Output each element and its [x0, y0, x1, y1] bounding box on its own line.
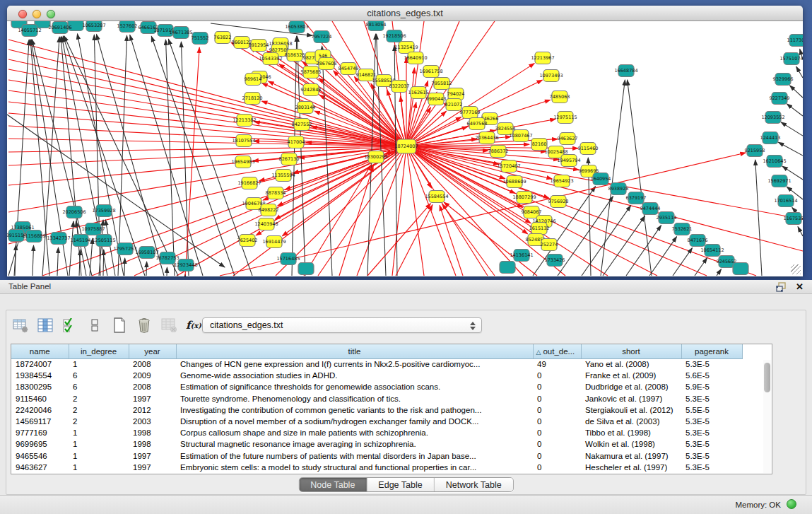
float-panel-icon[interactable] — [776, 282, 787, 292]
tab-edge-table[interactable]: Edge Table — [366, 478, 433, 491]
graph-node-label: 15720407 — [497, 163, 520, 169]
network-graph[interactable]: 1872400718300295866012389129541822605898… — [7, 21, 803, 276]
table-row[interactable]: 946554611997Estimation of the future num… — [11, 450, 742, 462]
column-header[interactable]: △out_de... — [533, 344, 581, 358]
table-panel-body: f(x) citations_edges.txt namein_degreeye… — [6, 310, 806, 495]
resize-grip-icon[interactable] — [791, 264, 801, 274]
select-rows-icon[interactable] — [61, 317, 78, 334]
table-cell: 2008 — [129, 381, 176, 392]
table-row[interactable]: 1830029562008Estimation of significance … — [11, 381, 742, 392]
graph-node[interactable] — [500, 262, 515, 274]
graph-node-label: 9227349 — [770, 95, 790, 101]
graph-edge — [57, 247, 59, 276]
table-cell: 2 — [69, 393, 129, 404]
graph-node-label: 20206506 — [62, 209, 86, 215]
graph-node[interactable] — [298, 263, 314, 275]
column-header[interactable]: pagerank — [681, 344, 742, 358]
table-cell: 5.3E-5 — [681, 416, 742, 427]
function-builder-icon[interactable]: f(x) — [185, 317, 202, 334]
table-panel-title: Table Panel — [8, 282, 51, 291]
table-cell: 5.3E-5 — [681, 462, 742, 473]
graph-node-label: 751552 — [192, 35, 209, 41]
network-window[interactable]: citations_edges.txt 18724007183002958660… — [7, 6, 803, 276]
table-scrollbar[interactable] — [763, 360, 771, 473]
row-height-icon[interactable] — [86, 317, 103, 334]
table-row[interactable]: 911546021997Tourette syndrome. Phenomeno… — [11, 393, 742, 404]
table-cell: 2008 — [129, 358, 176, 370]
close-panel-icon[interactable]: ✕ — [796, 281, 804, 292]
graph-edge — [8, 146, 406, 244]
graph-node-label: 15584554 — [425, 194, 448, 199]
column-header[interactable]: short — [581, 344, 681, 358]
table-cell: Tourette syndrome. Phenomenology and cla… — [176, 393, 533, 404]
table-settings-icon[interactable] — [12, 317, 29, 334]
table-row[interactable]: 1456911722003Disruption of a novel membe… — [11, 416, 742, 427]
table-cell: 9463627 — [11, 462, 69, 473]
graph-node-label: 16914479 — [262, 239, 286, 245]
table-panel-titlebar: Table Panel ✕ — [0, 280, 812, 294]
graph-node-label: 2803144 — [295, 105, 316, 110]
table-cell: 2009 — [129, 370, 176, 381]
graph-node-label: 6379197 — [626, 195, 647, 201]
graph-node-label: 417004 — [288, 139, 305, 145]
table-cell: 1 — [69, 450, 129, 462]
graph-node-label: 10654112 — [700, 247, 724, 253]
graph-edge — [406, 146, 456, 276]
node-table[interactable]: namein_degreeyeartitle△out_de...shortpag… — [11, 344, 772, 474]
network-desktop: citations_edges.txt 18724007183002958660… — [0, 0, 812, 280]
show-columns-icon[interactable] — [37, 317, 54, 334]
column-header[interactable]: in_degree — [69, 344, 129, 358]
table-cell: Nakamura et al. (1997) — [581, 450, 681, 462]
window-titlebar[interactable]: citations_edges.txt — [7, 6, 803, 21]
graph-node-label: 10807467 — [509, 133, 532, 139]
new-table-icon[interactable] — [111, 317, 128, 334]
memory-status-label: Memory: OK — [735, 501, 781, 509]
graph-node-label: 10973493 — [539, 73, 563, 78]
table-row[interactable]: 977716911998Corpus callosum shape and si… — [11, 427, 742, 438]
delete-list-icon[interactable] — [136, 317, 153, 334]
memory-status-icon — [787, 499, 796, 509]
table-cell: 6 — [69, 381, 129, 392]
graph-node[interactable] — [733, 263, 748, 275]
table-cell: 18724007 — [11, 358, 69, 370]
graph-edge — [130, 35, 203, 276]
graph-node-label: 19495794 — [557, 158, 580, 163]
table-row[interactable]: 1938455462009Genome-wide association stu… — [11, 370, 742, 381]
table-cell: 19384554 — [11, 370, 69, 381]
graph-node-label: 12213967 — [531, 55, 554, 61]
graph-node-label: 11355594 — [271, 173, 295, 178]
graph-node-label: 2867608 — [317, 61, 337, 66]
table-selector-dropdown[interactable]: citations_edges.txt — [202, 317, 482, 333]
graph-node-label: 18807299 — [512, 194, 536, 200]
table-cell: Genome-wide association studies in ADHD. — [176, 370, 533, 381]
table-row[interactable]: 969969511998Structural magnetic resonanc… — [11, 438, 742, 450]
graph-edge — [146, 262, 147, 276]
graph-edge — [262, 83, 406, 146]
graph-node-label: 1527602 — [117, 23, 138, 29]
graph-edge — [649, 237, 677, 276]
table-cell: 49 — [533, 358, 581, 370]
tab-network-table[interactable]: Network Table — [434, 478, 513, 491]
scrollbar-thumb[interactable] — [764, 363, 770, 392]
graph-node-label: 1244413 — [760, 135, 781, 141]
tab-node-table[interactable]: Node Table — [299, 478, 366, 491]
column-header[interactable]: title — [176, 344, 533, 358]
graph-edge — [322, 46, 332, 276]
graph-node-label: 7625402 — [237, 238, 258, 243]
column-header[interactable]: name — [11, 344, 69, 358]
table-row[interactable]: 1872400712008Changes of HCN gene express… — [11, 358, 742, 370]
graph-node-label: 17957253 — [113, 246, 136, 252]
table-row[interactable]: 946362711997Embryonic stem cells: a mode… — [11, 462, 742, 473]
column-header[interactable]: year — [129, 344, 176, 358]
table-cell: 6 — [69, 370, 129, 381]
network-canvas[interactable]: 1872400718300295866012389129541822605898… — [7, 21, 803, 276]
graph-node-label: 16958107 — [135, 250, 158, 255]
graph-node-label: 6497568 — [467, 121, 488, 127]
graph-node-label: 11156889 — [22, 233, 45, 239]
graph-edge — [717, 269, 722, 276]
graph-node-label: 16053803 — [285, 24, 308, 30]
table-cell: 0 — [533, 462, 581, 473]
table-cell: 1997 — [129, 462, 176, 473]
graph-node-label: 7532621 — [672, 226, 693, 232]
table-row[interactable]: 2242004622012Investigating the contribut… — [11, 404, 742, 416]
